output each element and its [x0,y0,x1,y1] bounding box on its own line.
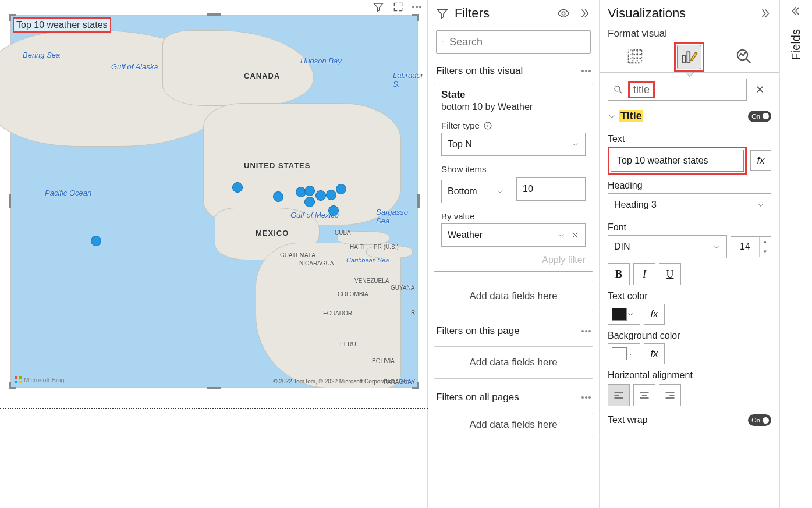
filters-title: Filters [455,6,490,21]
stepper-down[interactable]: ▼ [760,247,771,257]
text-color-label: Text color [608,291,771,301]
chevron-down-icon[interactable] [557,231,565,239]
section-page-filters: Filters on this page [436,325,520,337]
terms-link[interactable]: Terms [398,378,414,385]
title-toggle[interactable]: On [748,111,771,122]
by-value-field[interactable]: Weather [441,223,586,247]
format-visual-subtitle: Format visual [600,26,779,40]
format-search[interactable]: title [608,79,747,101]
map-bubble[interactable] [336,184,346,194]
search-icon [613,84,623,95]
align-right-button[interactable] [659,384,681,406]
fields-label: Fields [789,29,803,60]
underline-button[interactable]: U [659,263,681,285]
map-bubble[interactable] [304,186,315,196]
collapse-icon[interactable] [758,7,771,20]
by-value-label: By value [441,211,586,221]
svg-rect-8 [687,52,690,63]
more-options-icon[interactable] [581,396,591,399]
visual-title: Top 10 weather states [13,17,111,33]
filter-field-name: State [441,89,586,101]
map-label: R [411,310,415,316]
map-bubble[interactable] [304,197,315,207]
map-bubble[interactable] [273,191,283,202]
clear-search-icon[interactable]: ✕ [748,79,771,100]
svg-rect-2 [15,381,17,383]
stepper-up[interactable]: ▲ [760,237,771,247]
italic-button[interactable]: I [633,263,655,285]
map-visual[interactable]: Top 10 weather states Bering Sea Gulf of… [10,15,418,388]
align-center-button[interactable] [633,384,655,406]
map-bubble[interactable] [326,190,336,200]
filter-icon [436,7,449,20]
collapse-icon[interactable] [578,7,591,20]
svg-rect-1 [19,376,22,379]
bg-color-label: Background color [608,331,771,341]
close-icon[interactable] [571,231,579,239]
bg-color-picker[interactable] [608,343,640,364]
fx-button[interactable]: fx [644,304,665,325]
filter-type-dropdown[interactable]: Top N [441,133,586,156]
show-items-direction-dropdown[interactable]: Bottom [441,180,510,203]
heading-dropdown[interactable]: Heading 3 [608,193,771,216]
filter-type-label: Filter type [441,120,480,130]
chevron-down-icon [757,201,765,209]
section-visual-filters: Filters on this visual [436,65,523,77]
fields-panel-collapsed[interactable]: Fields [780,0,812,508]
filters-search[interactable] [436,30,591,54]
map-bubble[interactable] [232,182,243,193]
build-visual-tab[interactable] [623,44,647,69]
text-wrap-label: Text wrap [608,415,647,425]
filter-icon[interactable] [373,1,384,13]
visualizations-title: Visualizations [608,6,686,21]
chevron-down-icon [496,187,504,196]
bold-button[interactable]: B [608,263,630,285]
text-wrap-toggle[interactable]: On [748,414,771,426]
focus-mode-icon[interactable] [392,1,404,13]
font-size-input[interactable]: 14 ▲▼ [731,236,771,257]
more-options-icon[interactable] [412,6,421,8]
map-bubble[interactable] [91,236,101,246]
analytics-tab[interactable] [732,44,756,69]
svg-point-10 [615,86,620,91]
title-section-header[interactable]: Title [619,110,643,122]
align-left-button[interactable] [608,384,630,406]
font-family-dropdown[interactable]: DIN [608,235,727,258]
fx-button[interactable]: fx [750,150,771,171]
filter-card-state[interactable]: State bottom 10 by Weather Filter type T… [434,83,593,272]
halign-label: Horizontal alignment [608,370,771,381]
heading-label: Heading [608,180,771,191]
format-visual-tab[interactable] [677,45,701,69]
apply-filter-button[interactable]: Apply filter [441,255,586,265]
chevron-down-icon[interactable] [608,112,616,120]
map-bubble[interactable] [315,190,326,201]
fx-button[interactable]: fx [644,343,665,364]
more-options-icon[interactable] [581,70,591,72]
map-attribution: © 2022 TomTom, © 2022 Microsoft Corporat… [273,378,414,385]
eye-icon[interactable] [557,7,570,20]
chevron-down-icon [627,311,634,318]
svg-rect-0 [15,376,17,379]
title-text-input[interactable]: Top 10 weather states [611,150,744,172]
filters-panel: Filters Filters on this visual State bot… [428,0,600,508]
section-all-filters: Filters on all pages [436,392,519,403]
map-bubble[interactable] [328,205,339,216]
chevron-down-icon [627,350,634,357]
filters-search-input[interactable] [449,36,584,48]
format-search-input[interactable]: title [628,81,655,98]
page-boundary [0,408,428,409]
svg-point-5 [442,41,443,42]
map-label: Pacific Ocean [45,189,91,197]
svg-rect-3 [19,381,22,383]
visual-filters-dropwell[interactable]: Add data fields here [434,280,593,312]
visual-toolbar [373,1,421,13]
show-items-count-input[interactable]: 10 [516,177,586,201]
text-color-picker[interactable] [608,304,640,325]
filter-field-desc: bottom 10 by Weather [441,102,586,112]
info-icon[interactable] [483,121,492,130]
report-canvas[interactable]: Top 10 weather states Bering Sea Gulf of… [0,0,428,508]
all-filters-dropwell[interactable]: Add data fields here [434,413,593,436]
more-options-icon[interactable] [581,330,591,332]
expand-icon[interactable] [790,5,803,17]
page-filters-dropwell[interactable]: Add data fields here [434,346,593,379]
